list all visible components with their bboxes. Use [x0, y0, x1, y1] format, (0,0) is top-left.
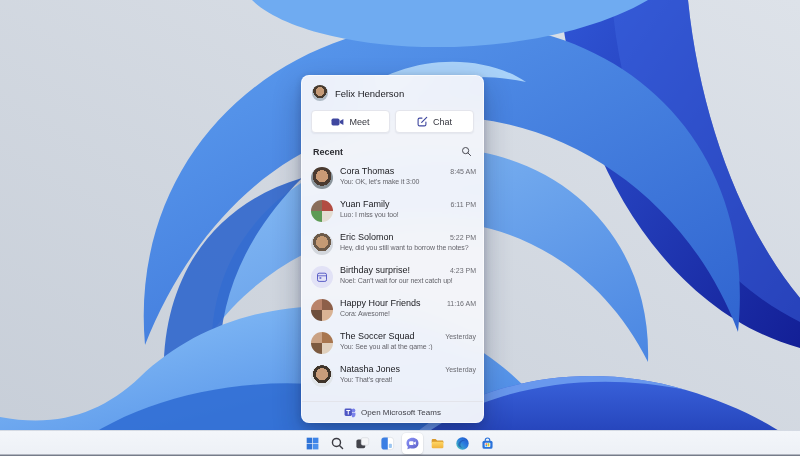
- conversation-name: Yuan Family: [340, 199, 390, 209]
- conversation-time: 5:22 PM: [450, 234, 476, 241]
- conversation-list: Cora Thomas 8:45 AM You: OK, let's make …: [302, 160, 483, 401]
- calendar-icon: [311, 266, 333, 288]
- group-avatar: [311, 200, 333, 222]
- conversation-item[interactable]: The Soccer Squad Yesterday You: See you …: [302, 327, 483, 360]
- teams-chat-icon: [405, 436, 420, 451]
- widgets-icon: [380, 436, 395, 451]
- conversation-name: Natasha Jones: [340, 364, 400, 374]
- action-buttons-row: Meet Chat: [302, 107, 483, 141]
- teams-logo-icon: [344, 406, 356, 418]
- teams-chat-flyout: Felix Henderson Meet Chat Recent: [301, 75, 484, 423]
- conversation-preview: Cora: Awesome!: [340, 310, 476, 317]
- meet-button[interactable]: Meet: [311, 110, 390, 133]
- chat-button-label: Chat: [433, 117, 452, 127]
- search-icon[interactable]: [461, 146, 472, 157]
- conversation-preview: You: See you all at the game :): [340, 343, 476, 350]
- open-teams-label: Open Microsoft Teams: [361, 408, 441, 417]
- microsoft-store-icon: [480, 436, 495, 451]
- avatar: [311, 365, 333, 387]
- user-avatar[interactable]: [312, 85, 328, 101]
- edge-button[interactable]: [452, 433, 473, 454]
- conversation-item[interactable]: Birthday surprise! 4:23 PM Noel: Can't w…: [302, 261, 483, 294]
- conversation-time: 6:11 PM: [450, 201, 476, 208]
- open-teams-button[interactable]: Open Microsoft Teams: [302, 401, 483, 422]
- conversation-name: The Soccer Squad: [340, 331, 415, 341]
- teams-chat-button[interactable]: [402, 433, 423, 454]
- meet-button-label: Meet: [349, 117, 369, 127]
- conversation-time: 11:16 AM: [447, 300, 476, 307]
- user-name: Felix Henderson: [335, 88, 404, 99]
- windows-start-icon: [305, 436, 320, 451]
- conversation-item[interactable]: Eric Solomon 5:22 PM Hey, did you still …: [302, 228, 483, 261]
- group-avatar: [311, 299, 333, 321]
- avatar: [311, 233, 333, 255]
- conversation-item[interactable]: Cora Thomas 8:45 AM You: OK, let's make …: [302, 162, 483, 195]
- task-view-icon: [355, 436, 370, 451]
- conversation-item[interactable]: Happy Hour Friends 11:16 AM Cora: Awesom…: [302, 294, 483, 327]
- search-button[interactable]: [327, 433, 348, 454]
- conversation-item[interactable]: Yuan Family 6:11 PM Luo: I miss you too!: [302, 195, 483, 228]
- file-explorer-icon: [430, 436, 445, 451]
- group-avatar: [311, 332, 333, 354]
- conversation-preview: Hey, did you still want to borrow the no…: [340, 244, 476, 251]
- conversation-name: Happy Hour Friends: [340, 298, 421, 308]
- conversation-name: Cora Thomas: [340, 166, 394, 176]
- recent-label: Recent: [313, 147, 343, 157]
- conversation-preview: Noel: Can't wait for our next catch up!: [340, 277, 476, 284]
- conversation-preview: You: That's great!: [340, 376, 476, 383]
- start-button[interactable]: [302, 433, 323, 454]
- recent-header-row: Recent: [302, 141, 483, 160]
- conversation-preview: You: OK, let's make it 3:00: [340, 178, 476, 185]
- avatar: [311, 167, 333, 189]
- conversation-time: Yesterday: [445, 366, 476, 373]
- conversation-time: 4:23 PM: [450, 267, 476, 274]
- conversation-time: 8:45 AM: [450, 168, 476, 175]
- compose-icon: [417, 116, 428, 127]
- conversation-item[interactable]: Natasha Jones Yesterday You: That's grea…: [302, 360, 483, 393]
- video-camera-icon: [331, 117, 344, 127]
- search-icon: [330, 436, 345, 451]
- flyout-header: Felix Henderson: [302, 76, 483, 107]
- chat-button[interactable]: Chat: [395, 110, 474, 133]
- file-explorer-button[interactable]: [427, 433, 448, 454]
- conversation-name: Birthday surprise!: [340, 265, 410, 275]
- conversation-time: Yesterday: [445, 333, 476, 340]
- task-view-button[interactable]: [352, 433, 373, 454]
- widgets-button[interactable]: [377, 433, 398, 454]
- taskbar: [0, 430, 800, 456]
- conversation-preview: Luo: I miss you too!: [340, 211, 476, 218]
- conversation-name: Eric Solomon: [340, 232, 394, 242]
- microsoft-store-button[interactable]: [477, 433, 498, 454]
- edge-browser-icon: [455, 436, 470, 451]
